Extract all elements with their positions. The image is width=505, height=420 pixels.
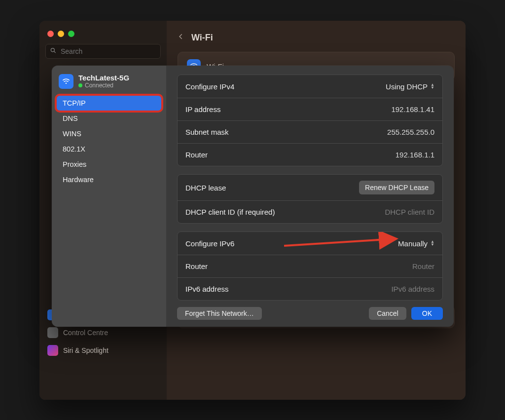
search-icon bbox=[50, 47, 57, 56]
subnet-mask-label: Subnet mask bbox=[185, 128, 229, 136]
router-ipv6-row: Router Router bbox=[178, 255, 442, 277]
renew-dhcp-button[interactable]: Renew DHCP Lease bbox=[359, 181, 434, 194]
tab-proxies[interactable]: Proxies bbox=[57, 157, 161, 172]
window-controls bbox=[39, 26, 167, 44]
page-title: Wi-Fi bbox=[191, 33, 213, 43]
close-icon[interactable] bbox=[47, 31, 54, 37]
router-ipv4-label: Router bbox=[185, 151, 208, 159]
zoom-icon[interactable] bbox=[68, 31, 74, 37]
router-ipv6-label: Router bbox=[185, 262, 208, 270]
ipv6-address-label: IPv6 address bbox=[185, 285, 229, 293]
tab-hardware[interactable]: Hardware bbox=[57, 172, 161, 187]
configure-ipv4-row: Configure IPv4 Using DHCP ▲▼ bbox=[178, 75, 442, 98]
configure-ipv4-label: Configure IPv4 bbox=[185, 82, 234, 91]
sheet-content: Configure IPv4 Using DHCP ▲▼ IP address … bbox=[166, 66, 454, 327]
tab-dns[interactable]: DNS bbox=[57, 111, 161, 126]
forget-network-button[interactable]: Forget This Network… bbox=[177, 307, 262, 320]
ok-button[interactable]: OK bbox=[411, 307, 443, 320]
control-centre-icon bbox=[47, 327, 58, 338]
network-status: Connected bbox=[78, 82, 129, 89]
network-name: TechLatest-5G bbox=[78, 74, 129, 82]
search-input[interactable] bbox=[45, 44, 161, 59]
dhcp-lease-label: DHCP lease bbox=[185, 184, 226, 192]
configure-ipv6-dropdown[interactable]: Manually ▲▼ bbox=[398, 239, 434, 248]
dhcp-client-id-row: DHCP client ID (if required) DHCP client… bbox=[178, 200, 442, 223]
search-field[interactable] bbox=[45, 44, 161, 59]
tab-tcpip[interactable]: TCP/IP bbox=[57, 96, 161, 111]
router-ipv4-row: Router 192.168.1.1 bbox=[178, 143, 442, 166]
chevron-updown-icon: ▲▼ bbox=[431, 83, 434, 89]
configure-ipv6-label: Configure IPv6 bbox=[185, 239, 234, 248]
sheet-sidebar: TechLatest-5G Connected TCP/IP DNS WINS … bbox=[52, 66, 166, 327]
ipv6-group: Configure IPv6 Manually ▲▼ Router Router… bbox=[177, 231, 443, 301]
wifi-icon bbox=[59, 74, 73, 89]
ip-address-label: IP address bbox=[185, 105, 220, 114]
chevron-updown-icon: ▲▼ bbox=[431, 240, 434, 246]
dhcp-group: DHCP lease Renew DHCP Lease DHCP client … bbox=[177, 174, 443, 224]
ipv4-group: Configure IPv4 Using DHCP ▲▼ IP address … bbox=[177, 75, 443, 166]
ip-address-value: 192.168.1.41 bbox=[391, 105, 434, 114]
sidebar-item-label: Siri & Spotlight bbox=[63, 346, 108, 354]
subnet-mask-value: 255.255.255.0 bbox=[387, 128, 434, 136]
header: Wi-Fi bbox=[178, 21, 455, 52]
network-header: TechLatest-5G Connected bbox=[52, 74, 166, 96]
configure-ipv4-dropdown[interactable]: Using DHCP ▲▼ bbox=[386, 82, 434, 91]
ipv6-address-row: IPv6 address IPv6 address bbox=[178, 277, 442, 300]
dhcp-client-id-input[interactable]: DHCP client ID bbox=[385, 208, 434, 216]
dhcp-lease-row: DHCP lease Renew DHCP Lease bbox=[178, 175, 442, 200]
router-ipv6-input[interactable]: Router bbox=[412, 262, 434, 270]
svg-point-0 bbox=[51, 48, 54, 52]
minimize-icon[interactable] bbox=[58, 31, 64, 37]
ipv6-address-input[interactable]: IPv6 address bbox=[391, 285, 434, 293]
sidebar-item-control-centre[interactable]: Control Centre bbox=[43, 324, 163, 341]
back-icon[interactable] bbox=[178, 32, 184, 44]
configure-ipv6-row: Configure IPv6 Manually ▲▼ bbox=[178, 232, 442, 255]
svg-line-1 bbox=[54, 51, 55, 53]
network-details-sheet: TechLatest-5G Connected TCP/IP DNS WINS … bbox=[52, 66, 454, 327]
dhcp-client-id-label: DHCP client ID (if required) bbox=[185, 208, 275, 216]
svg-point-3 bbox=[66, 82, 67, 83]
sidebar-item-label: Control Centre bbox=[63, 329, 108, 337]
ip-address-row: IP address 192.168.1.41 bbox=[178, 98, 442, 120]
settings-tabs: TCP/IP DNS WINS 802.1X Proxies Hardware bbox=[52, 96, 166, 188]
sidebar-item-siri-spotlight[interactable]: Siri & Spotlight bbox=[43, 342, 163, 359]
tab-wins[interactable]: WINS bbox=[57, 126, 161, 141]
router-ipv4-value: 192.168.1.1 bbox=[396, 151, 434, 159]
cancel-button[interactable]: Cancel bbox=[369, 307, 406, 320]
siri-icon bbox=[47, 345, 58, 356]
subnet-mask-row: Subnet mask 255.255.255.0 bbox=[178, 120, 442, 143]
tab-8021x[interactable]: 802.1X bbox=[57, 142, 161, 156]
sheet-footer: Forget This Network… Cancel OK bbox=[177, 303, 443, 320]
